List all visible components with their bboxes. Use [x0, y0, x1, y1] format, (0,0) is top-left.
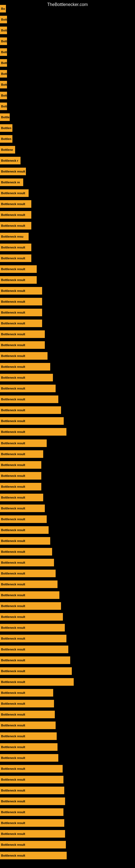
bar-item: Bottleneck r [0, 157, 20, 164]
bar-label: Bottleneck result [1, 843, 25, 846]
bar-label: Bott [1, 18, 7, 21]
bar-label: Bottleneck result [1, 463, 25, 467]
bar-item: Bott [0, 92, 7, 99]
bar-label: Bottleneck result [1, 593, 25, 597]
bar-item: Bottleneck result [0, 189, 29, 197]
bar-item: Bottleneck result [0, 559, 54, 566]
bar-item: Bottleneck result [0, 494, 43, 501]
bar-label: Bottleneck result [1, 550, 25, 553]
bar-item: Bottleneck result [0, 384, 56, 392]
bar-item: Bottleneck result [0, 516, 47, 523]
bar-label: Bottleneck result [1, 518, 25, 521]
bar-item: Bottleneck result [0, 211, 31, 219]
bar-item: Bottleneck result [0, 786, 64, 794]
bar-label: Bottleneck result [1, 268, 25, 271]
bar-item: Bottleneck result [0, 276, 37, 284]
bar-item: Bottleneck result [0, 287, 42, 294]
bar-label: Bottleneck result [1, 767, 25, 770]
bar-label: Bottleneck result [1, 453, 25, 456]
bar-item: Bottleneck result [0, 254, 31, 262]
bar-item: Bottleneck result [0, 776, 63, 783]
bar-item: Bottleneck result [0, 439, 47, 447]
bar-label: Bottleneck result [1, 702, 25, 705]
bar-label: Bottleneck result [1, 583, 25, 586]
bar-label: Bottlene [1, 148, 13, 151]
bar-item: Bottleneck result [0, 483, 41, 490]
bar-label: Bottleneck result [1, 420, 25, 423]
bar-label: Bottleneck result [1, 854, 25, 857]
bar-item: Bottleneck result [0, 841, 66, 848]
bar-item: Bott [0, 81, 7, 88]
bar-label: Bottleneck result [1, 528, 25, 532]
bar-item: Bottleneck result [0, 548, 52, 556]
bar-item: Bottleneck result [0, 667, 72, 675]
bar-label: Bottleneck result [1, 756, 25, 760]
bar-label: Bottleneck re [1, 181, 20, 184]
bar-item: Bottleneck result [0, 743, 57, 751]
bar-label: Bottleneck result [1, 442, 25, 445]
bar-label: Bottleneck result [1, 387, 25, 390]
bar-label: Bott [1, 29, 7, 32]
bar-item: Bott [0, 59, 7, 67]
bar-label: Bott [1, 83, 7, 86]
bar-label: Bottleneck result [1, 615, 25, 618]
bar-item: Bottleneck result [0, 461, 41, 469]
bar-item: Bottleneck result [0, 591, 59, 599]
bar-item: Bottleneck result [0, 417, 64, 425]
bar-label: Bottleneck result [1, 365, 25, 368]
bar-item: Bottleneck result [0, 341, 45, 349]
bar-label: Bottleneck result [1, 224, 25, 227]
bar-label: Bottleneck result [1, 430, 25, 433]
bar-label: Bottleneck result [1, 659, 25, 662]
bar-label: Bottleneck result [1, 485, 25, 488]
bar-label: Bottleneck result [1, 311, 25, 314]
bar-item: Bottleneck result [0, 754, 58, 762]
bar-label: Bottleneck result [1, 333, 25, 336]
bar-item: Bottle [0, 113, 10, 121]
bar-label: Bottle [1, 116, 9, 119]
bar-label: Bottleneck result [1, 648, 25, 651]
bar-label: Bottleneck result [1, 735, 25, 738]
bar-item: Bott [0, 16, 7, 23]
bar-item: Bottleneck result [0, 222, 31, 229]
bar-item: Bottleneck result [0, 646, 68, 653]
bar-label: Bott [1, 94, 7, 97]
bar-item: Bottleneck result [0, 656, 70, 664]
bar-item: Bottleneck result [0, 765, 63, 773]
bar-label: Bo [1, 7, 5, 10]
bar-item: Bottleneck re [0, 179, 23, 186]
bar-item: Bottlen [0, 124, 12, 132]
bar-label: Bottleneck result [1, 354, 25, 358]
bar-item: Bott [0, 27, 7, 34]
bar-label: Bottleneck result [1, 713, 25, 716]
bar-item: Bottleneck result [0, 613, 63, 621]
bar-item: Bottleneck result [0, 689, 53, 696]
bar-label: Bottleneck result [1, 670, 25, 673]
bar-label: Bottleneck result [1, 289, 25, 292]
bar-label: Bottleneck result [1, 561, 25, 564]
bar-item: Bottleneck resu [0, 233, 29, 240]
bar-label: Bottleneck result [1, 246, 25, 249]
bar-item: Bottlen [0, 135, 12, 143]
bar-label: Bott [1, 51, 7, 54]
bar-item: Bottleneck result [0, 819, 64, 827]
bar-label: Bottleneck result [1, 800, 25, 803]
bar-item: Bottleneck result [0, 265, 37, 273]
bar-item: Bottleneck result [0, 450, 43, 458]
bar-item: Bottleneck result [0, 602, 61, 610]
bar-label: Bottleneck result [1, 680, 25, 684]
bar-item: Bottleneck result [0, 167, 26, 175]
bar-item: Bottleneck result [0, 678, 74, 686]
bar-label: Bottleneck result [1, 408, 25, 412]
bar-label: Bottleneck resu [1, 235, 24, 238]
bar-label: Bottleneck result [1, 810, 25, 814]
bar-label: Bottleneck result [1, 376, 25, 379]
bar-item: Bottlene [0, 146, 15, 154]
bar-item: Bott [0, 37, 7, 45]
bar-label: Bottleneck result [1, 789, 25, 792]
bar-item: Bottleneck result [0, 428, 66, 436]
bar-label: Bottleneck result [1, 398, 25, 401]
bar-item: Bottleneck result [0, 711, 55, 718]
bar-label: Bottleneck result [1, 343, 25, 347]
bar-label: Bottleneck result [1, 300, 25, 303]
